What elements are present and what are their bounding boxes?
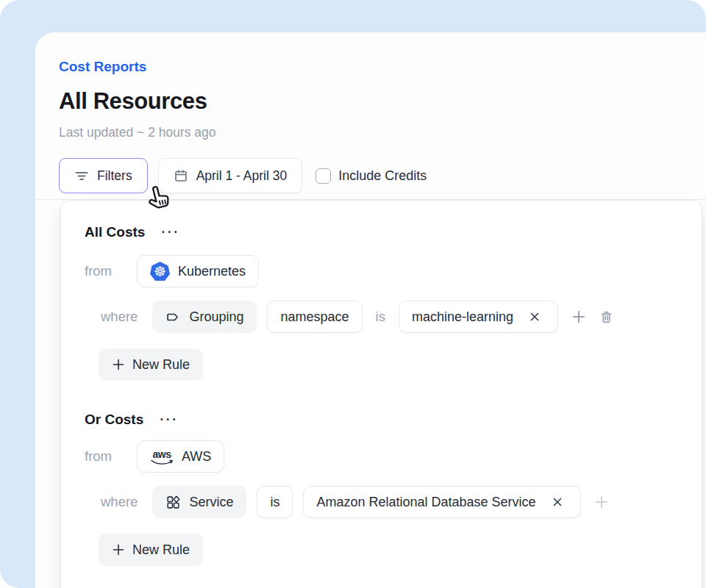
rule-value-chip[interactable]: machine-learning <box>399 301 558 333</box>
group-title: Or Costs <box>85 412 143 428</box>
from-label: from <box>85 263 137 279</box>
page-title: All Resources <box>59 88 207 115</box>
kubernetes-icon: ☸ <box>150 262 170 281</box>
new-rule-button[interactable]: New Rule <box>99 534 203 566</box>
rule-key-type-label: Service <box>189 495 233 510</box>
rule-key-label: namespace <box>280 309 349 325</box>
date-range-button[interactable]: April 1 - April 30 <box>158 158 303 193</box>
tag-icon <box>165 309 181 325</box>
rule-value-label: Amazon Relational Database Service <box>316 495 535 510</box>
filters-dropdown-panel: All Costs ··· from ☸ Kubernetes where Gr… <box>60 200 702 588</box>
rule-key-type-chip[interactable]: Grouping <box>152 301 257 333</box>
rule-row: where Service is Amazon Relational Datab… <box>85 486 702 518</box>
report-card: Cost Reports All Resources Last updated … <box>35 32 706 588</box>
rule-key-type-chip[interactable]: Service <box>152 486 246 518</box>
new-rule-label: New Rule <box>132 542 190 558</box>
plus-icon <box>112 543 125 556</box>
where-label: where <box>101 309 138 325</box>
from-label: from <box>85 448 137 465</box>
last-updated-text: Last updated ~ 2 hours ago <box>59 125 216 140</box>
group-menu-button[interactable]: ··· <box>161 229 179 236</box>
provider-chip-aws[interactable]: aws AWS <box>137 440 224 473</box>
remove-value-icon[interactable] <box>524 306 545 327</box>
remove-value-icon[interactable] <box>547 492 568 512</box>
provider-chip-kubernetes[interactable]: ☸ Kubernetes <box>137 255 259 287</box>
include-credits-label: Include Credits <box>338 168 427 184</box>
toolbar: Filters April 1 - April 30 Include Credi… <box>59 158 427 193</box>
group-menu-button[interactable]: ··· <box>160 416 178 423</box>
rule-row: where Grouping namespace is machine-lear… <box>85 301 702 333</box>
delete-rule-button[interactable] <box>596 306 617 327</box>
rule-key-type-label: Grouping <box>189 309 243 325</box>
where-label: where <box>101 494 138 510</box>
operator-label: is <box>376 309 385 325</box>
date-range-label: April 1 - April 30 <box>196 168 288 184</box>
screenshot-root: Cost Reports All Resources Last updated … <box>0 0 706 588</box>
from-row: from aws AWS <box>85 440 702 473</box>
new-rule-label: New Rule <box>132 357 190 373</box>
rule-key-chip[interactable]: namespace <box>267 301 362 333</box>
filters-button-label: Filters <box>97 168 132 184</box>
category-icon <box>165 495 181 510</box>
add-value-button[interactable] <box>591 492 612 512</box>
operator-chip[interactable]: is <box>257 486 293 518</box>
operator-label: is <box>270 495 279 510</box>
group-title: All Costs <box>85 224 145 240</box>
aws-icon: aws <box>150 447 174 466</box>
from-row: from ☸ Kubernetes <box>85 255 702 287</box>
rule-value-label: machine-learning <box>412 309 513 325</box>
cost-group-header: All Costs ··· <box>85 223 702 242</box>
include-credits-toggle[interactable]: Include Credits <box>315 168 427 184</box>
filter-icon <box>74 168 89 183</box>
breadcrumb[interactable]: Cost Reports <box>59 59 146 75</box>
include-credits-checkbox[interactable] <box>315 168 331 184</box>
add-value-button[interactable] <box>568 306 589 327</box>
rule-value-chip[interactable]: Amazon Relational Database Service <box>303 486 580 518</box>
provider-label: AWS <box>182 449 211 465</box>
plus-icon <box>112 358 125 371</box>
cost-group-header: Or Costs ··· <box>85 410 702 429</box>
provider-label: Kubernetes <box>178 264 246 279</box>
filters-button[interactable]: Filters <box>59 158 148 193</box>
new-rule-button[interactable]: New Rule <box>99 348 203 381</box>
calendar-icon <box>174 168 188 183</box>
